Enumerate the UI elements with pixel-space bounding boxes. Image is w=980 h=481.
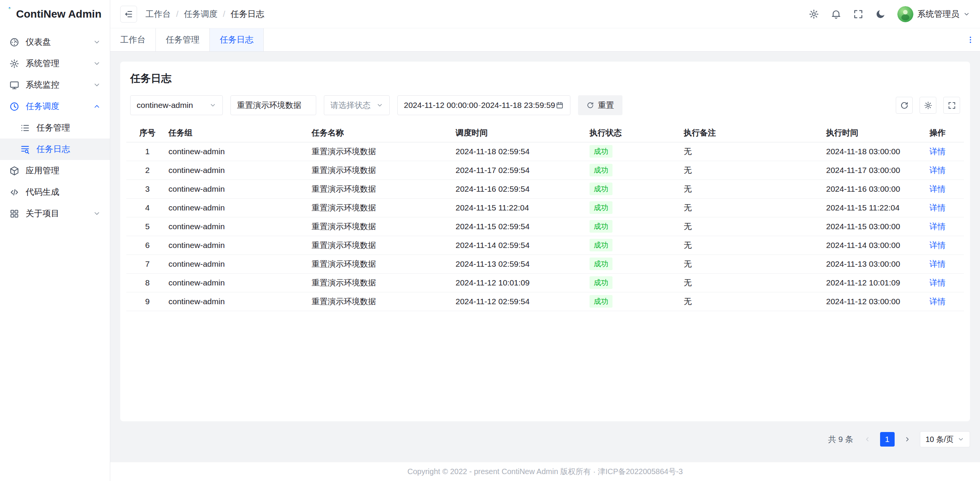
detail-link[interactable]: 详情 <box>929 222 946 231</box>
refresh-button[interactable] <box>896 97 913 114</box>
app-logo[interactable]: ContiNew Admin <box>0 0 110 28</box>
pagination: 共 9 条 1 10 条/页 <box>120 431 970 447</box>
cell-status: 成功 <box>590 179 684 198</box>
tab-task-management[interactable]: 任务管理 <box>156 28 210 51</box>
status-select[interactable]: 请选择状态 <box>324 95 390 115</box>
detail-link[interactable]: 详情 <box>929 203 946 212</box>
job-group-select[interactable]: continew-admin <box>130 95 223 115</box>
sidebar-item-task-log[interactable]: 任务日志 <box>0 139 110 160</box>
cell-schedule_time: 2024-11-13 02:59:54 <box>456 254 590 273</box>
date-range-picker[interactable]: 2024-11-12 00:00:00 - 2024-11-18 23:59:5… <box>397 95 570 115</box>
table-row: 2continew-admin重置演示环境数据2024-11-17 02:59:… <box>126 161 964 179</box>
user-name: 系统管理员 <box>917 8 959 20</box>
breadcrumb-current: 任务日志 <box>230 8 264 20</box>
cell-remark: 无 <box>684 217 826 236</box>
monitor-icon <box>9 80 20 90</box>
detail-link[interactable]: 详情 <box>929 241 946 249</box>
sidebar-item-app-management[interactable]: 应用管理 <box>0 160 110 181</box>
cell-exec_time: 2024-11-16 03:00:00 <box>826 179 917 198</box>
sidebar-item-code-generation[interactable]: 代码生成 <box>0 181 110 203</box>
cell-status: 成功 <box>590 292 684 311</box>
collapse-menu-button[interactable] <box>120 6 137 23</box>
page-title: 任务日志 <box>126 62 964 85</box>
reset-button-label: 重置 <box>598 100 614 111</box>
detail-link[interactable]: 详情 <box>929 259 946 268</box>
next-page-button[interactable] <box>900 432 915 447</box>
status-badge: 成功 <box>590 276 612 289</box>
prev-page-button[interactable] <box>860 432 875 447</box>
table-fullscreen-button[interactable] <box>943 97 960 114</box>
detail-link[interactable]: 详情 <box>929 297 946 306</box>
cell-name: 重置演示环境数据 <box>312 217 456 236</box>
job-group-value: continew-admin <box>137 101 193 110</box>
tab-workbench[interactable]: 工作台 <box>110 28 156 51</box>
sidebar-item-label: 仪表盘 <box>26 36 87 48</box>
status-badge: 成功 <box>590 145 612 158</box>
reset-button[interactable]: 重置 <box>578 95 622 115</box>
table-row: 1continew-admin重置演示环境数据2024-11-18 02:59:… <box>126 142 964 161</box>
top-header: 工作台 / 任务调度 / 任务日志 <box>110 0 980 28</box>
status-placeholder: 请选择状态 <box>330 100 371 111</box>
cell-exec_time: 2024-11-12 03:00:00 <box>826 292 917 311</box>
cell-schedule_time: 2024-11-12 02:59:54 <box>456 292 590 311</box>
column-header: 调度时间 <box>456 124 590 142</box>
sidebar-item-task-management[interactable]: 任务管理 <box>0 117 110 139</box>
cell-name: 重置演示环境数据 <box>312 161 456 179</box>
sidebar-item-task-schedule[interactable]: 任务调度 <box>0 96 110 117</box>
sidebar-item-about-project[interactable]: 关于项目 <box>0 203 110 224</box>
menu-fold-icon <box>124 10 133 19</box>
status-badge: 成功 <box>590 220 612 233</box>
table-toolbar <box>896 97 960 114</box>
sidebar-item-label: 代码生成 <box>26 186 101 198</box>
column-header: 任务名称 <box>312 124 456 142</box>
code-icon <box>9 187 20 197</box>
job-name-input-wrap <box>230 95 316 115</box>
filter-bar: continew-admin 请选择状态 2024-11-12 00:00:00… <box>130 95 960 115</box>
cell-group: continew-admin <box>168 142 312 161</box>
moon-icon[interactable] <box>875 9 886 20</box>
cell-exec_time: 2024-11-17 03:00:00 <box>826 161 917 179</box>
cell-group: continew-admin <box>168 217 312 236</box>
cell-action: 详情 <box>917 254 964 273</box>
fullscreen-icon[interactable] <box>853 9 864 20</box>
status-badge: 成功 <box>590 164 612 176</box>
cell-group: continew-admin <box>168 179 312 198</box>
fullscreen-icon <box>947 101 956 110</box>
cube-icon <box>9 166 20 176</box>
cell-schedule_time: 2024-11-15 11:22:04 <box>456 198 590 217</box>
cell-exec_time: 2024-11-15 03:00:00 <box>826 217 917 236</box>
status-badge: 成功 <box>590 201 612 214</box>
tab-task-log[interactable]: 任务日志 <box>210 28 264 51</box>
detail-link[interactable]: 详情 <box>929 278 946 287</box>
cell-schedule_time: 2024-11-15 02:59:54 <box>456 217 590 236</box>
cell-remark: 无 <box>684 273 826 292</box>
tab-more-button[interactable] <box>961 28 980 51</box>
sidebar-item-label: 任务管理 <box>36 122 101 134</box>
column-settings-button[interactable] <box>920 97 936 114</box>
cell-group: continew-admin <box>168 273 312 292</box>
user-menu[interactable]: 系统管理员 <box>897 6 970 22</box>
dashboard-icon <box>9 37 20 47</box>
cell-remark: 无 <box>684 292 826 311</box>
chevron-down-icon <box>93 60 101 67</box>
cell-name: 重置演示环境数据 <box>312 179 456 198</box>
bell-icon[interactable] <box>831 9 841 20</box>
footer-copyright: Copyright © 2022 - present ContiNew Admi… <box>407 466 683 477</box>
page-number-button[interactable]: 1 <box>880 432 895 447</box>
detail-link[interactable]: 详情 <box>929 184 946 193</box>
log-search-icon <box>20 144 30 155</box>
job-name-input[interactable] <box>237 101 310 110</box>
cell-group: continew-admin <box>168 254 312 273</box>
breadcrumb-item[interactable]: 工作台 <box>145 8 171 20</box>
page-size-select[interactable]: 10 条/页 <box>920 431 970 447</box>
breadcrumb-item[interactable]: 任务调度 <box>184 8 217 20</box>
chevron-down-icon <box>376 102 383 109</box>
calendar-icon <box>555 101 564 109</box>
sidebar-item-dashboard[interactable]: 仪表盘 <box>0 31 110 53</box>
detail-link[interactable]: 详情 <box>929 147 946 156</box>
sidebar-item-system-monitor[interactable]: 系统监控 <box>0 74 110 96</box>
sidebar-item-system-management[interactable]: 系统管理 <box>0 53 110 74</box>
header-actions: 系统管理员 <box>808 6 970 22</box>
gear-icon[interactable] <box>808 9 819 20</box>
detail-link[interactable]: 详情 <box>929 166 946 174</box>
